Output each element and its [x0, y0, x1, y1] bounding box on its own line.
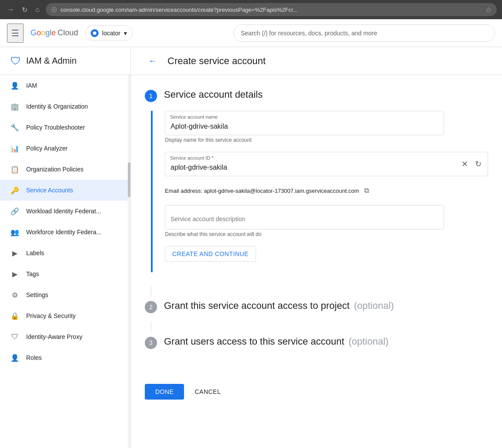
- settings-icon: ⚙: [10, 291, 19, 299]
- sidebar-item-identity-org[interactable]: 🏢 Identity & Organization: [0, 96, 130, 117]
- sidebar-item-roles[interactable]: 👤 Roles: [0, 347, 130, 368]
- sidebar-item-privacy-security[interactable]: 🔒 Privacy & Security: [0, 305, 130, 326]
- sidebar-item-label: Organization Policies: [26, 166, 84, 173]
- url-text: console.cloud.google.com/iam-admin/servi…: [61, 7, 298, 13]
- service-accounts-icon: 🔑: [10, 186, 19, 195]
- step-3-section: 3 Grant users access to this service acc…: [145, 336, 488, 349]
- browser-chrome: → ↻ ⌂ ⦿ console.cloud.google.com/iam-adm…: [0, 0, 502, 19]
- page-header: ← Create service account: [131, 47, 502, 75]
- sidebar-item-label: Identity & Organization: [26, 103, 88, 110]
- sidebar-item-label: Labels: [26, 250, 44, 256]
- policy-troubleshooter-icon: 🔧: [10, 123, 19, 132]
- scrollbar-thumb[interactable]: [128, 162, 130, 197]
- create-and-continue-button[interactable]: CREATE AND CONTINUE: [165, 246, 256, 262]
- tags-icon: ▶: [10, 270, 19, 278]
- service-account-id-input[interactable]: [165, 152, 455, 176]
- sidebar-item-label: Workforce Identity Federa...: [26, 229, 101, 236]
- home-button[interactable]: ⌂: [34, 4, 41, 15]
- workforce-identity-icon: 👥: [10, 228, 19, 236]
- step-2-header: 2 Grant this service account access to p…: [145, 300, 488, 313]
- back-nav-button[interactable]: →: [5, 4, 16, 15]
- service-account-name-input[interactable]: [165, 111, 444, 135]
- sidebar-item-workload-identity[interactable]: 🔗 Workload Identity Federat...: [0, 201, 130, 222]
- cancel-button[interactable]: CANCEL: [188, 384, 228, 400]
- step-2-title-group: Grant this service account access to pro…: [164, 300, 394, 311]
- hamburger-icon: ☰: [11, 28, 19, 38]
- sidebar-item-policy-troubleshooter[interactable]: 🔧 Policy Troubleshooter: [0, 117, 130, 138]
- id-input-actions: ✕ ↻: [455, 152, 488, 176]
- identity-aware-proxy-icon: 🛡: [10, 333, 19, 341]
- main-content: ← Create service account 1 Service accou…: [131, 47, 502, 448]
- iam-icon: 👤: [10, 82, 19, 90]
- step-1-header: 1 Service account details: [145, 89, 488, 102]
- name-field-hint: Display name for this service account: [165, 137, 488, 143]
- workload-identity-icon: 🔗: [10, 207, 19, 215]
- step-2-title: Grant this service account access to pro…: [164, 300, 350, 311]
- step-3-header: 3 Grant users access to this service acc…: [145, 336, 488, 349]
- sidebar: 🛡 IAM & Admin 👤 IAM 🏢 Identity & Organiz…: [0, 47, 131, 448]
- done-button[interactable]: DONE: [145, 384, 184, 400]
- policy-analyzer-icon: 📊: [10, 144, 19, 153]
- search-bar[interactable]: Search (/) for resources, docs, products…: [233, 24, 495, 42]
- app-header: ☰ Google Cloud locator ▾ Search (/) for …: [0, 19, 502, 47]
- id-input-wrapper: Service account ID *: [165, 152, 455, 176]
- project-selector[interactable]: locator ▾: [85, 25, 133, 41]
- service-account-description-input[interactable]: [165, 205, 444, 229]
- bottom-actions: DONE CANCEL: [131, 377, 502, 407]
- refresh-id-button[interactable]: ↻: [472, 157, 484, 171]
- hamburger-menu-button[interactable]: ☰: [7, 24, 24, 43]
- iam-admin-icon: 🛡: [10, 55, 21, 67]
- desc-field-hint: Describe what this service account will …: [165, 231, 488, 237]
- email-address-row: Email address: aplot-gdrive-sakila@locat…: [165, 185, 444, 196]
- sidebar-item-label: Service Accounts: [26, 187, 73, 194]
- org-policies-icon: 📋: [10, 165, 19, 174]
- refresh-button[interactable]: ↻: [20, 4, 29, 16]
- sidebar-item-labels[interactable]: ▶ Labels: [0, 243, 130, 263]
- sidebar-item-identity-aware-proxy[interactable]: 🛡 Identity-Aware Proxy: [0, 326, 130, 347]
- identity-org-icon: 🏢: [10, 103, 19, 111]
- project-icon: [91, 29, 99, 37]
- dropdown-arrow-icon: ▾: [124, 30, 127, 37]
- step-1-title: Service account details: [164, 89, 263, 100]
- project-name: locator: [102, 30, 120, 37]
- google-logo-text: Google: [31, 28, 56, 38]
- step-3-number: 3: [145, 337, 157, 349]
- email-address-text: Email address: aplot-gdrive-sakila@locat…: [165, 188, 359, 194]
- step-1-section: 1 Service account details Service accoun…: [145, 89, 488, 272]
- step-3-title-group: Grant users access to this service accou…: [164, 336, 389, 347]
- search-placeholder: Search (/) for resources, docs, products…: [241, 30, 377, 37]
- content-area: 1 Service account details Service accoun…: [131, 75, 502, 377]
- scrollbar-track[interactable]: [128, 75, 130, 448]
- step-2-section: 2 Grant this service account access to p…: [145, 300, 488, 313]
- copy-email-button[interactable]: ⧉: [362, 185, 371, 196]
- id-input-with-actions: Service account ID * ✕ ↻: [165, 152, 488, 176]
- labels-icon: ▶: [10, 249, 19, 257]
- cloud-logo-text: Cloud: [58, 28, 78, 38]
- step-connector-2-3: [151, 322, 151, 332]
- sidebar-item-label: Roles: [26, 354, 42, 361]
- bookmark-icon[interactable]: ☆: [485, 6, 492, 14]
- service-account-description-field: Describe what this service account will …: [165, 205, 488, 237]
- back-arrow-icon: ←: [148, 56, 157, 65]
- step-connector-1-2: [151, 286, 151, 297]
- step-2-number: 2: [145, 301, 157, 313]
- name-input-wrapper: Service account name: [165, 111, 444, 135]
- sidebar-item-service-accounts[interactable]: 🔑 Service Accounts: [0, 180, 130, 201]
- service-account-id-field: Service account ID * ✕ ↻: [165, 152, 488, 176]
- app-body: 🛡 IAM & Admin 👤 IAM 🏢 Identity & Organiz…: [0, 47, 502, 448]
- step-1-number: 1: [145, 90, 157, 102]
- back-button[interactable]: ←: [145, 52, 161, 69]
- sidebar-item-workforce-identity[interactable]: 👥 Workforce Identity Federa...: [0, 222, 130, 243]
- sidebar-item-policy-analyzer[interactable]: 📊 Policy Analyzer: [0, 138, 130, 159]
- sidebar-item-org-policies[interactable]: 📋 Organization Policies: [0, 159, 130, 180]
- sidebar-item-iam[interactable]: 👤 IAM: [0, 75, 130, 96]
- sidebar-item-tags[interactable]: ▶ Tags: [0, 263, 130, 284]
- clear-id-button[interactable]: ✕: [459, 157, 471, 171]
- url-bar[interactable]: ⦿ console.cloud.google.com/iam-admin/ser…: [46, 3, 497, 16]
- sidebar-item-label: Policy Troubleshooter: [26, 124, 85, 131]
- sidebar-item-label: Identity-Aware Proxy: [26, 333, 82, 340]
- page-title: Create service account: [167, 55, 266, 67]
- sidebar-item-label: Settings: [26, 291, 48, 298]
- sidebar-item-settings[interactable]: ⚙ Settings: [0, 284, 130, 305]
- privacy-security-icon: 🔒: [10, 312, 19, 320]
